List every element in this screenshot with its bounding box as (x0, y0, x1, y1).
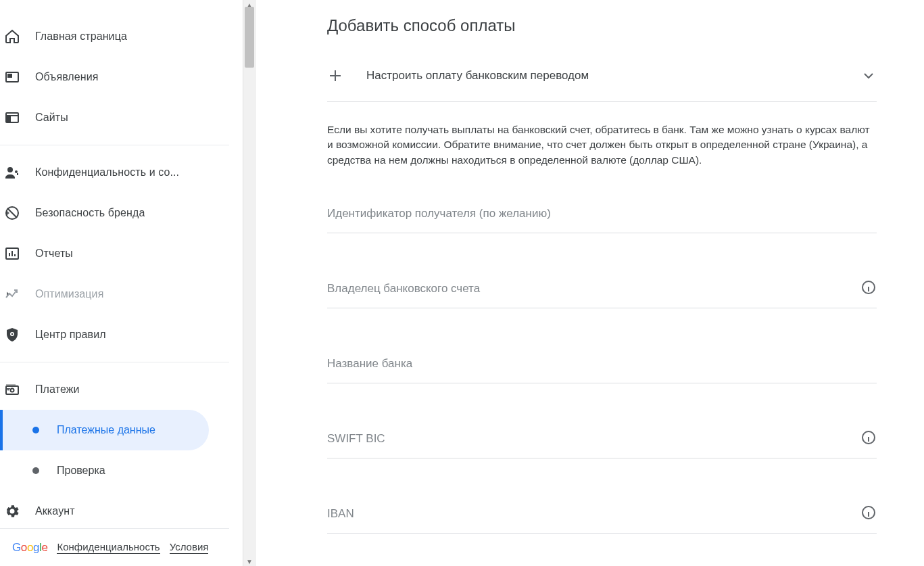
main-content: Добавить способ оплаты Настроить оплату … (243, 0, 924, 566)
swift-bic-field[interactable]: SWIFT BIC (327, 410, 877, 458)
svg-rect-10 (6, 386, 18, 394)
chevron-down-icon (860, 68, 877, 84)
svg-point-4 (7, 167, 13, 172)
nav-verification[interactable]: Проверка (0, 450, 229, 491)
payments-icon (4, 381, 20, 398)
expander-label: Настроить оплату банковским переводом (366, 69, 860, 82)
nav-home[interactable]: Главная страница (0, 16, 229, 57)
nav-label: Сайты (35, 112, 68, 124)
scroll-thumb[interactable] (245, 7, 254, 68)
nav-payment-info[interactable]: Платежные данные (0, 410, 209, 450)
sidebar: Главная страница Объявления Сайты (0, 0, 243, 566)
divider (0, 145, 229, 145)
info-icon[interactable] (860, 279, 877, 296)
trend-icon (4, 286, 20, 302)
nav-label: Платежи (35, 383, 80, 396)
nav-label: Объявления (35, 71, 99, 83)
info-icon[interactable] (860, 504, 877, 521)
page-title: Добавить способ оплаты (327, 16, 877, 35)
bullet-icon (32, 467, 39, 474)
nav-optimization: Оптимизация (0, 274, 229, 314)
svg-point-11 (11, 389, 14, 392)
plus-icon (327, 68, 343, 84)
sub-label: Проверка (57, 465, 105, 477)
nav-account[interactable]: Аккаунт (0, 491, 229, 528)
nav-label: Главная страница (35, 30, 127, 43)
beneficiary-id-input[interactable] (327, 208, 877, 226)
shield-icon (4, 327, 20, 343)
home-icon (4, 28, 20, 45)
nav-label: Аккаунт (35, 505, 75, 517)
nav-label: Оптимизация (35, 288, 103, 300)
bullet-icon (32, 427, 39, 433)
nav-payments[interactable]: Платежи (0, 369, 229, 410)
divider (0, 362, 229, 362)
site-icon (4, 110, 20, 126)
bank-name-field[interactable]: Название банка (327, 335, 877, 383)
gear-icon (4, 503, 20, 519)
scrollbar[interactable]: ▲ ▼ (243, 0, 256, 566)
svg-rect-1 (8, 74, 11, 77)
info-icon[interactable] (860, 429, 877, 446)
nav-sites[interactable]: Сайты (0, 97, 229, 138)
ad-unit-icon (4, 69, 20, 85)
bank-transfer-expander[interactable]: Настроить оплату банковским переводом (327, 58, 877, 102)
sub-label: Платежные данные (57, 424, 155, 436)
svg-point-5 (15, 170, 18, 173)
account-holder-input[interactable] (327, 283, 877, 301)
footer-terms-link[interactable]: Условия (170, 541, 209, 554)
iban-field[interactable]: IBAN (327, 486, 877, 534)
info-text: Если вы хотите получать выплаты на банко… (327, 122, 877, 168)
nav-privacy[interactable]: Конфиденциальность и со... (0, 152, 229, 193)
scroll-down-icon[interactable]: ▼ (243, 557, 256, 566)
privacy-icon (4, 164, 20, 181)
nav-label: Конфиденциальность и со... (35, 166, 179, 179)
nav-label: Отчеты (35, 247, 73, 260)
google-logo: Google (12, 541, 47, 555)
svg-point-9 (11, 333, 14, 335)
nav-label: Безопасность бренда (35, 207, 145, 219)
sidebar-footer: Google Конфиденциальность Условия (0, 528, 229, 566)
iban-confirm-field[interactable]: Укажите повторно IBAN (327, 561, 877, 566)
beneficiary-id-field[interactable]: Идентификатор получателя (по желанию) (327, 185, 877, 233)
block-icon (4, 205, 20, 221)
bank-name-input[interactable] (327, 358, 877, 376)
nav-brand-safety[interactable]: Безопасность бренда (0, 193, 229, 233)
iban-input[interactable] (327, 509, 877, 526)
nav-policy-center[interactable]: Центр правил (0, 314, 229, 355)
swift-bic-input[interactable] (327, 433, 877, 451)
footer-privacy-link[interactable]: Конфиденциальность (57, 541, 160, 554)
nav-label: Центр правил (35, 329, 106, 341)
bar-chart-icon (4, 245, 20, 262)
nav-reports[interactable]: Отчеты (0, 233, 229, 274)
svg-rect-3 (7, 117, 10, 121)
nav-ads[interactable]: Объявления (0, 57, 229, 97)
account-holder-field[interactable]: Владелец банковского счета (327, 260, 877, 308)
